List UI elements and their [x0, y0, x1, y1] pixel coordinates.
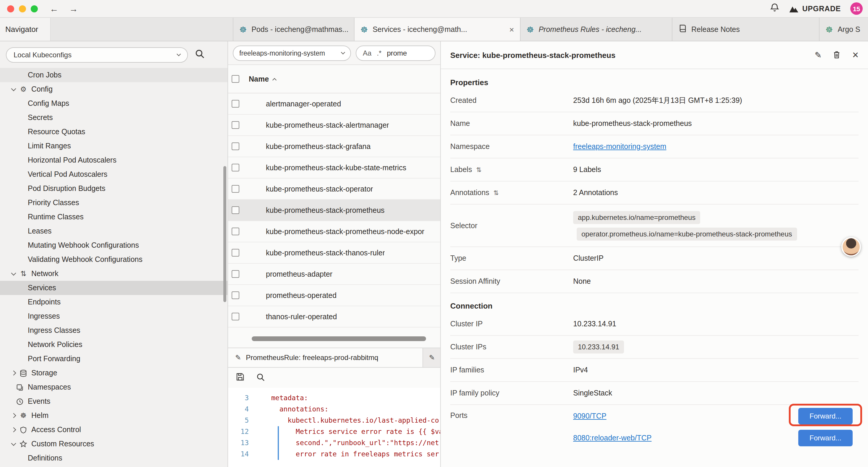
row-checkbox[interactable] — [231, 249, 239, 257]
table-row[interactable]: kube-prometheus-stack-kube-state-metrics — [228, 157, 440, 178]
sidebar-item-cron-jobs[interactable]: Cron Jobs — [0, 68, 227, 82]
forward-icon[interactable]: → — [69, 4, 78, 13]
yaml-editor[interactable]: 3metadata: 4 annotations: 5 kubectl.kube… — [228, 388, 440, 467]
row-checkbox[interactable] — [231, 228, 239, 235]
table-row[interactable]: kube-prometheus-stack-operator — [228, 178, 440, 200]
storage-icon — [19, 369, 28, 377]
notifications-bell-icon[interactable] — [770, 3, 779, 14]
table-row[interactable]: prometheus-adapter — [228, 264, 440, 285]
back-icon[interactable]: ← — [50, 4, 59, 13]
match-case-toggle[interactable]: Aa — [363, 49, 371, 57]
port-link[interactable]: 9090/TCP — [573, 412, 607, 420]
trash-icon[interactable] — [833, 50, 841, 60]
upgrade-button[interactable]: UPGRADE — [788, 4, 841, 13]
namespace-selector-value: freeleaps-monitoring-system — [239, 49, 325, 56]
sidebar-scrollbar-thumb[interactable] — [223, 166, 226, 302]
sidebar-item-limit-ranges[interactable]: Limit Ranges — [0, 139, 227, 153]
port-line-8080: 8080:reloader-web/TCP Forward... — [573, 427, 859, 449]
sidebar-item-services[interactable]: Services — [0, 281, 227, 295]
namespace-link[interactable]: freeleaps-monitoring-system — [573, 143, 666, 151]
sidebar-group-custom-resources[interactable]: Custom Resources — [0, 437, 227, 451]
port-link[interactable]: 8080:reloader-web/TCP — [573, 434, 651, 442]
table-row[interactable]: alertmanager-operated — [228, 93, 440, 115]
sidebar-item-definitions[interactable]: Definitions — [0, 451, 227, 465]
column-header-name[interactable]: Name — [249, 75, 276, 83]
row-checkbox[interactable] — [231, 121, 239, 129]
table-row[interactable]: thanos-ruler-operated — [228, 306, 440, 327]
edit-pencil-icon[interactable]: ✎ — [815, 51, 822, 59]
kubernetes-icon: ☸ — [361, 25, 368, 33]
tab-pods[interactable]: ☸ Pods - icecheng@mathmas... — [233, 18, 354, 41]
row-checkbox[interactable] — [231, 291, 239, 299]
sidebar-search-icon[interactable] — [195, 49, 205, 61]
regex-toggle[interactable]: .* — [377, 49, 381, 57]
sidebar-item-port-forwarding[interactable]: Port Forwarding — [0, 352, 227, 366]
tab-prometheus-rules[interactable]: ☸ Prometheus Rules - icecheng... — [521, 18, 673, 41]
sidebar-item-pod-disruption-budgets[interactable]: Pod Disruption Budgets — [0, 181, 227, 196]
sidebar-group-access-control[interactable]: Access Control — [0, 423, 227, 437]
row-checkbox[interactable] — [231, 164, 239, 171]
tab-release-notes[interactable]: Release Notes — [673, 18, 819, 41]
list-search-input[interactable]: Aa .* prome — [356, 45, 435, 61]
row-checkbox[interactable] — [231, 100, 239, 108]
sidebar-item-priority-classes[interactable]: Priority Classes — [0, 196, 227, 210]
sidebar-group-helm[interactable]: ☸ Helm — [0, 408, 227, 423]
table-row[interactable]: kube-prometheus-stack-prometheus-node-ex… — [228, 221, 440, 242]
sidebar-item-namespaces[interactable]: Namespaces — [0, 380, 227, 394]
sidebar-item-network-policies[interactable]: Network Policies — [0, 338, 227, 352]
forward-button[interactable]: Forward... — [798, 430, 852, 446]
row-checkbox[interactable] — [231, 313, 239, 320]
namespace-selector[interactable]: freeleaps-monitoring-system — [233, 45, 351, 61]
sidebar-item-config-maps[interactable]: Config Maps — [0, 96, 227, 111]
sidebar-item-resource-quotas[interactable]: Resource Quotas — [0, 125, 227, 139]
sidebar-item-vertical-pod-autoscalers[interactable]: Vertical Pod Autoscalers — [0, 167, 227, 181]
dock-tab-prometheusrule[interactable]: ✎ PrometheusRule: freeleaps-prod-rabbitm… — [228, 348, 423, 367]
property-row-ports: Ports 9090/TCP Forward... 8080:reloader-… — [450, 405, 859, 450]
table-row[interactable]: prometheus-operated — [228, 285, 440, 306]
sidebar-group-network[interactable]: ⇅ Network — [0, 267, 227, 281]
table-row[interactable]: kube-prometheus-stack-thanos-ruler — [228, 242, 440, 264]
sidebar-group-config[interactable]: ⚙ Config — [0, 82, 227, 96]
row-checkbox[interactable] — [231, 270, 239, 278]
dock-tab-next[interactable]: ✎ — [423, 348, 440, 367]
sidebar-item-endpoints[interactable]: Endpoints — [0, 295, 227, 309]
notification-count-badge[interactable]: 15 — [850, 2, 863, 15]
horizontal-scrollbar[interactable] — [228, 337, 440, 342]
tab-argo[interactable]: ☸ Argo S — [819, 18, 868, 41]
drawer-actions: ✎ × — [815, 50, 859, 60]
forward-button[interactable]: Forward... — [798, 408, 852, 424]
sidebar-item-horizontal-pod-autoscalers[interactable]: Horizontal Pod Autoscalers — [0, 153, 227, 167]
save-icon[interactable] — [236, 372, 245, 384]
table-row[interactable]: kube-prometheus-stack-alertmanager — [228, 115, 440, 136]
close-icon[interactable]: × — [852, 50, 859, 60]
sidebar-item-runtime-classes[interactable]: Runtime Classes — [0, 210, 227, 224]
sidebar-item-ingress-classes[interactable]: Ingress Classes — [0, 323, 227, 338]
table-header: Name — [228, 65, 440, 93]
row-checkbox[interactable] — [231, 185, 239, 193]
select-all-checkbox[interactable] — [231, 75, 239, 83]
table-row-selected[interactable]: kube-prometheus-stack-prometheus — [228, 200, 440, 221]
row-checkbox[interactable] — [231, 143, 239, 150]
minimize-window-button[interactable] — [19, 5, 26, 12]
sidebar-item-events[interactable]: Events — [0, 394, 227, 408]
tab-services-active[interactable]: ☸ Services - icecheng@math... × — [354, 18, 521, 41]
sidebar-group-storage[interactable]: Storage — [0, 366, 227, 380]
kubeconfig-selector[interactable]: Local Kubeconfigs — [6, 47, 188, 62]
user-avatar[interactable] — [841, 237, 861, 257]
table-row[interactable]: kube-prometheus-stack-grafana — [228, 136, 440, 157]
expand-collapse-icon[interactable]: ⇅ — [493, 189, 499, 197]
sidebar-item-validating-webhook-configurations[interactable]: Validating Webhook Configurations — [0, 253, 227, 267]
horizontal-scrollbar-thumb[interactable] — [252, 337, 426, 341]
expand-collapse-icon[interactable]: ⇅ — [476, 166, 482, 174]
tab-close-icon[interactable]: × — [509, 25, 514, 34]
zoom-window-button[interactable] — [31, 5, 38, 12]
sidebar-item-ingresses[interactable]: Ingresses — [0, 309, 227, 323]
sidebar-item-leases[interactable]: Leases — [0, 224, 227, 238]
sidebar-item-mutating-webhook-configurations[interactable]: Mutating Webhook Configurations — [0, 238, 227, 253]
window-titlebar: ← → UPGRADE 15 — [0, 0, 868, 18]
editor-search-icon[interactable] — [256, 373, 265, 383]
tab-label: Pods - icecheng@mathmas... — [251, 25, 348, 33]
sidebar-item-secrets[interactable]: Secrets — [0, 111, 227, 125]
close-window-button[interactable] — [7, 5, 14, 12]
row-checkbox[interactable] — [231, 206, 239, 214]
